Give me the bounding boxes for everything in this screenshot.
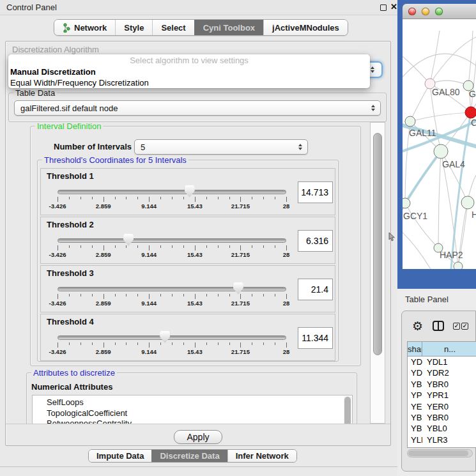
checkbox-checked-icon[interactable]: ✓ — [461, 323, 468, 330]
tab-network[interactable]: Network — [54, 20, 115, 35]
list-item-selfloops[interactable]: SelfLoops — [33, 397, 352, 408]
threshold-value-field[interactable]: 6.316 — [298, 230, 333, 252]
network-edge[interactable] — [430, 31, 440, 84]
table-row[interactable]: YPR145WYPR1 — [408, 390, 476, 401]
network-window-titlebar[interactable] — [403, 4, 476, 19]
table-hscrollbar[interactable] — [407, 449, 473, 457]
tab-select[interactable]: Select — [152, 20, 194, 35]
network-edge[interactable] — [468, 31, 473, 86]
combo-stepper-icon — [371, 105, 375, 111]
tab-discretize-data[interactable]: Discretize Data — [151, 450, 227, 462]
network-edge[interactable] — [471, 45, 476, 112]
number-of-intervals-combobox[interactable]: 5 — [134, 139, 308, 155]
tick-mark — [275, 294, 275, 296]
tick-mark — [218, 342, 219, 345]
threshold-slider[interactable]: -3.4262.8599.14415.4321.71528 — [58, 169, 286, 216]
threshold-value-field[interactable]: 21.4 — [298, 279, 333, 300]
network-node-node-bottom[interactable] — [454, 262, 463, 269]
gear-icon[interactable]: ⚙ — [412, 320, 423, 332]
tab-cyni-toolbox[interactable]: Cyni Toolbox — [194, 20, 263, 35]
network-node-node-red[interactable] — [465, 107, 476, 118]
tick-label: 2.859 — [96, 251, 111, 258]
settings-scrollbar[interactable] — [370, 122, 385, 424]
column-header-shared[interactable]: shared... — [408, 342, 422, 356]
settings-scrollbar-thumb[interactable] — [373, 133, 382, 355]
tick-mark — [92, 342, 93, 345]
slider-track[interactable] — [58, 190, 286, 194]
slider-track[interactable] — [58, 287, 286, 291]
close-icon[interactable]: ✕ — [390, 2, 397, 12]
list-item-topologicalcoefficient[interactable]: TopologicalCoefficient — [33, 408, 352, 419]
table-hscrollbar-thumb[interactable] — [408, 450, 468, 456]
slider-thumb[interactable] — [160, 331, 170, 343]
tick-mark — [92, 245, 93, 248]
table-row[interactable]: YDL19...YDL1 — [408, 357, 476, 367]
tick-label: 21.715 — [231, 251, 250, 258]
slider-thumb[interactable] — [123, 234, 134, 246]
slider-track[interactable] — [58, 335, 286, 340]
network-node-gal4[interactable] — [434, 144, 448, 158]
checkbox-checked-icon[interactable]: ✓ — [453, 323, 460, 330]
numerical-attributes-list[interactable]: SelfLoopsTopologicalCoefficientBetweenne… — [32, 395, 353, 424]
tick-mark — [206, 342, 207, 345]
network-graph[interactable]: GAL80GACGAL11GAL4GCY1HHAP2 — [403, 19, 476, 269]
tick-mark — [229, 245, 230, 248]
zoom-button[interactable] — [435, 8, 443, 15]
table-cell: YDL19... — [408, 357, 422, 367]
table-row[interactable]: YER054CYER0 — [408, 401, 476, 412]
tab-impute-data[interactable]: Impute Data — [89, 450, 151, 462]
tick-mark — [240, 245, 241, 250]
table-data-group-title: Table Data — [13, 88, 57, 98]
apply-button[interactable]: Apply — [174, 430, 222, 444]
threshold-slider[interactable]: -3.4262.8599.14415.4321.71528 — [58, 314, 286, 362]
tick-label: 2.859 — [96, 348, 111, 355]
network-node-gcy1[interactable] — [403, 198, 410, 208]
node-table[interactable]: shared...n... YDL19...YDL1YDR27...YDR2YB… — [407, 341, 476, 448]
minimize-button[interactable] — [422, 8, 429, 15]
tab-infer-network[interactable]: Infer Network — [227, 450, 296, 462]
slider-track[interactable] — [58, 238, 286, 243]
tick-mark — [229, 197, 230, 199]
network-edge[interactable] — [430, 81, 468, 86]
table-header-row[interactable]: shared...n... — [408, 342, 476, 357]
list-scrollbar[interactable] — [344, 396, 351, 424]
slider-thumb[interactable] — [233, 282, 243, 295]
tab-style[interactable]: Style — [115, 20, 152, 35]
threshold-slider[interactable]: -3.4262.8599.14415.4321.71528 — [58, 217, 286, 265]
float-window-icon[interactable] — [380, 4, 387, 11]
algorithm-option-equal-width-frequency-discretization[interactable]: Equal Width/Frequency Discretization — [8, 77, 370, 88]
tab-jactivemnodules[interactable]: jActiveMNodules — [263, 20, 348, 35]
network-edge[interactable] — [438, 151, 441, 248]
tick-label: 21.715 — [231, 348, 250, 355]
tick-mark — [275, 245, 275, 248]
tick-label: 9.144 — [141, 348, 157, 355]
threshold-slider[interactable]: -3.4262.8599.14415.4321.71528 — [58, 266, 286, 313]
network-edge[interactable] — [410, 112, 471, 121]
table-row[interactable]: YBR045CYBR0 — [408, 412, 476, 423]
table-row[interactable]: YBL079WYBL0 — [408, 423, 476, 434]
network-node-node-h[interactable] — [461, 196, 474, 209]
close-button[interactable] — [408, 8, 416, 15]
table-row[interactable]: YBR043CYBR0 — [408, 379, 476, 390]
slider-thumb[interactable] — [185, 185, 195, 197]
network-edge[interactable] — [451, 112, 471, 269]
threshold-value-field[interactable]: 11.344 — [298, 327, 333, 349]
list-item-betweennesscentrality[interactable]: BetweennessCentrality — [33, 418, 352, 424]
table-cell: YBR043C — [408, 379, 422, 390]
split-columns-icon[interactable] — [433, 321, 444, 331]
network-edge[interactable] — [410, 84, 430, 121]
network-node-gal11[interactable] — [405, 116, 415, 127]
tick-labels: -3.4262.8599.14415.4321.71528 — [58, 348, 286, 356]
table-row[interactable]: YIL052CYIL0 — [408, 445, 476, 448]
table-row[interactable]: YLR345WYLR3 — [408, 434, 476, 445]
network-edge[interactable] — [405, 203, 438, 248]
algorithm-option-manual-discretization[interactable]: Manual Discretization — [8, 66, 370, 77]
table-row[interactable]: YDR27...YDR2 — [408, 367, 476, 378]
network-canvas[interactable]: GAL80GACGAL11GAL4GCY1HHAP2 — [403, 19, 476, 269]
column-header-n[interactable]: n... — [422, 342, 476, 356]
network-edge[interactable] — [403, 230, 431, 269]
table-data-combobox[interactable]: galFiltered.sif default node — [14, 100, 381, 116]
threshold-value-field[interactable]: 14.713 — [298, 181, 333, 203]
list-scrollbar-thumb[interactable] — [344, 397, 351, 424]
table-cell: YBR0 — [422, 379, 476, 390]
